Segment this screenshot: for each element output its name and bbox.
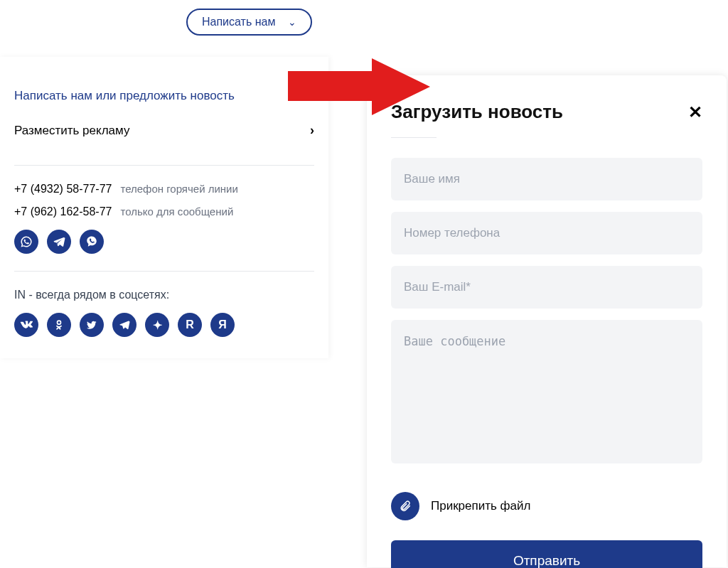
name-input[interactable]	[391, 158, 702, 200]
star-icon[interactable]: ✦	[145, 313, 169, 337]
social-label: IN - всегда рядом в соцсетях:	[14, 289, 314, 301]
divider	[14, 165, 314, 166]
attach-file-button[interactable]: Прикрепить файл	[391, 492, 702, 520]
telegram-social-icon[interactable]	[112, 313, 136, 337]
divider	[391, 137, 437, 138]
phone-input[interactable]	[391, 212, 702, 254]
yandex-icon[interactable]: Я	[210, 313, 235, 337]
menu-item-write-news[interactable]: Написать нам или предложить новость ›	[14, 78, 314, 113]
phone-label: только для сообщений	[120, 205, 233, 218]
close-icon[interactable]: ✕	[688, 104, 702, 121]
vk-icon[interactable]	[14, 313, 38, 337]
write-us-dropdown[interactable]: Написать нам ⌄	[186, 9, 312, 36]
attach-label: Прикрепить файл	[431, 499, 530, 513]
chevron-right-icon: ›	[310, 123, 314, 138]
email-input[interactable]	[391, 266, 702, 309]
phone-label: телефон горячей линии	[120, 183, 237, 195]
twitter-icon[interactable]	[80, 313, 104, 337]
paperclip-icon	[391, 492, 419, 520]
phone-row: +7 (4932) 58-77-77 телефон горячей линии	[14, 183, 314, 195]
phone-number[interactable]: +7 (962) 162-58-77	[14, 205, 112, 218]
arrow-annotation	[288, 58, 430, 115]
social-icons: ✦ R Я	[14, 313, 314, 337]
modal-header: Загрузить новость ✕	[391, 101, 702, 123]
phone-row: +7 (962) 162-58-77 только для сообщений	[14, 205, 314, 218]
menu-label: Написать нам или предложить новость	[14, 89, 235, 103]
ok-icon[interactable]	[47, 313, 71, 337]
chevron-down-icon: ⌄	[288, 16, 296, 28]
contact-panel: Написать нам или предложить новость › Ра…	[0, 57, 328, 358]
phone-number[interactable]: +7 (4932) 58-77-77	[14, 183, 112, 195]
telegram-icon[interactable]	[47, 230, 71, 254]
divider	[14, 271, 314, 272]
dropdown-label: Написать нам	[202, 16, 275, 28]
menu-item-advertise[interactable]: Разместить рекламу ›	[14, 113, 314, 148]
menu-label: Разместить рекламу	[14, 124, 129, 138]
message-textarea[interactable]	[391, 320, 702, 463]
r-icon[interactable]: R	[178, 313, 202, 337]
submit-button[interactable]: Отправить	[391, 540, 702, 568]
upload-news-modal: Загрузить новость ✕ Прикрепить файл Отпр…	[367, 75, 727, 567]
viber-icon[interactable]	[80, 230, 104, 254]
messenger-icons	[14, 230, 314, 254]
whatsapp-icon[interactable]	[14, 230, 38, 254]
